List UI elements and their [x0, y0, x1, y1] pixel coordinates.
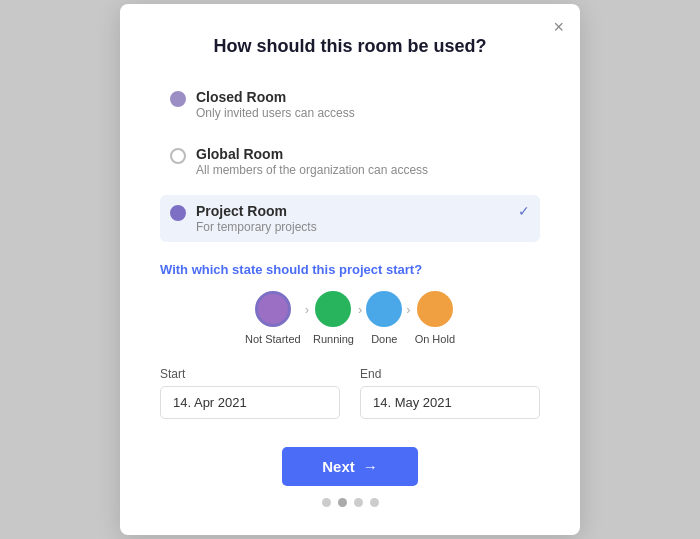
room-option-closed[interactable]: Closed Room Only invited users can acces…	[160, 81, 540, 128]
room-option-global[interactable]: Global Room All members of the organizat…	[160, 138, 540, 185]
state-label-done: Done	[371, 333, 397, 345]
room-option-closed-label: Closed Room	[196, 89, 355, 105]
arrow-3: ›	[406, 302, 410, 317]
pagination-dots	[322, 498, 379, 507]
state-not-started[interactable]: Not Started	[245, 291, 301, 345]
modal-container: × How should this room be used? Closed R…	[120, 4, 580, 535]
state-circle-running	[315, 291, 351, 327]
end-date-input[interactable]	[360, 386, 540, 419]
next-arrow-icon: →	[363, 458, 378, 475]
end-date-label: End	[360, 367, 540, 381]
radio-dot-project	[170, 205, 186, 221]
dates-row: Start End	[160, 367, 540, 419]
state-circle-on-hold	[417, 291, 453, 327]
radio-dot-global	[170, 148, 186, 164]
room-option-project-sublabel: For temporary projects	[196, 220, 317, 234]
close-button[interactable]: ×	[553, 18, 564, 36]
state-circle-not-started	[255, 291, 291, 327]
start-date-field: Start	[160, 367, 340, 419]
state-circle-done	[366, 291, 402, 327]
arrow-1: ›	[305, 302, 309, 317]
state-done[interactable]: Done	[366, 291, 402, 345]
next-button[interactable]: Next →	[282, 447, 418, 486]
room-type-group: Closed Room Only invited users can acces…	[160, 81, 540, 242]
modal-footer: Next →	[160, 447, 540, 507]
modal-title: How should this room be used?	[160, 36, 540, 57]
room-option-global-label: Global Room	[196, 146, 428, 162]
radio-dot-closed	[170, 91, 186, 107]
state-running[interactable]: Running	[313, 291, 354, 345]
room-option-closed-sublabel: Only invited users can access	[196, 106, 355, 120]
states-row: Not Started › Running › Done › On Hold	[160, 291, 540, 345]
state-label-running: Running	[313, 333, 354, 345]
project-state-title: With which state should this project sta…	[160, 262, 540, 277]
next-label: Next	[322, 458, 355, 475]
state-on-hold[interactable]: On Hold	[415, 291, 455, 345]
check-icon: ✓	[518, 203, 530, 219]
room-option-global-sublabel: All members of the organization can acce…	[196, 163, 428, 177]
arrow-2: ›	[358, 302, 362, 317]
start-date-label: Start	[160, 367, 340, 381]
dot-3	[354, 498, 363, 507]
dot-2	[338, 498, 347, 507]
room-option-project-label: Project Room	[196, 203, 317, 219]
dot-4	[370, 498, 379, 507]
start-date-input[interactable]	[160, 386, 340, 419]
end-date-field: End	[360, 367, 540, 419]
dot-1	[322, 498, 331, 507]
room-option-project[interactable]: Project Room For temporary projects ✓	[160, 195, 540, 242]
state-label-not-started: Not Started	[245, 333, 301, 345]
state-label-on-hold: On Hold	[415, 333, 455, 345]
